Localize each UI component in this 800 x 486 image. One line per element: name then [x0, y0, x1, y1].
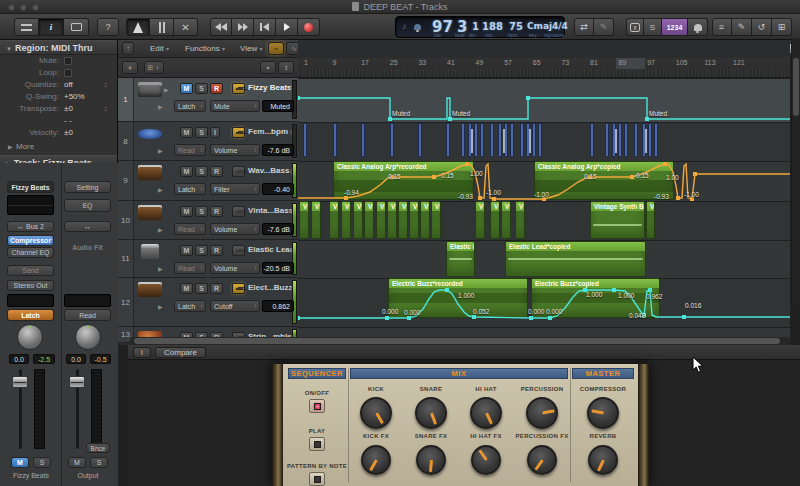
region-field-value[interactable]: off [64, 79, 73, 91]
mix-kick-knob[interactable] [360, 397, 392, 429]
master-compressor-knob[interactable] [587, 397, 619, 429]
audio-fx-slot[interactable]: Audio FX [64, 235, 111, 259]
automation-disclosure-icon[interactable]: ▶ [158, 265, 163, 272]
volume-fader[interactable] [12, 376, 28, 388]
rewind-button[interactable] [210, 18, 232, 36]
automation-point[interactable] [492, 197, 496, 201]
mute-button-output[interactable]: M [68, 457, 86, 468]
automation-disclosure-icon[interactable]: ▶ [158, 226, 163, 233]
automation-disclosure-icon[interactable]: ▶ [158, 303, 163, 310]
arrange-area[interactable]: 191725334149576573818997105113121 Classi… [298, 40, 790, 345]
master-reverb-knob[interactable] [588, 445, 618, 475]
automation-mode-dropdown[interactable]: Latch↕ [174, 183, 206, 195]
plugin-info-button[interactable]: i [133, 347, 151, 358]
mix-kick-fx-knob[interactable] [361, 445, 391, 475]
track-row[interactable]: 8MSIFem...bpm▶Read↕Volume↕-7.6 dB [118, 122, 298, 161]
automation-point[interactable] [385, 316, 389, 320]
hide-automation-button[interactable]: ↑ [122, 42, 134, 55]
track-automation-toggle[interactable] [232, 127, 245, 138]
track-name[interactable]: Vinta...Bass [248, 206, 292, 215]
browsers-button[interactable]: ⊞ [772, 18, 792, 36]
horizontal-scroll-thumb[interactable] [134, 338, 780, 344]
track-row[interactable]: 9MSRWav...Bass▶Latch↕Filter↕-0.40 [118, 161, 298, 201]
functions-menu[interactable]: Functions ▾ [185, 40, 225, 58]
automation-param-dropdown[interactable]: Volume↕ [210, 223, 260, 235]
compare-button[interactable]: Compare [155, 347, 206, 358]
mixer-button[interactable] [150, 18, 174, 36]
automation-point[interactable] [298, 96, 300, 100]
pan-knob-output[interactable] [75, 324, 101, 350]
eq-button[interactable]: EQ [64, 199, 111, 212]
group-slot[interactable] [7, 294, 54, 307]
mix-snare-knob[interactable] [415, 397, 447, 429]
apple-loops-button[interactable]: ↺ [752, 18, 772, 36]
solo-mode-button[interactable]: S [644, 18, 662, 36]
mute-track-button[interactable]: M [180, 245, 193, 256]
mix-hi-hat-fx-knob[interactable] [471, 445, 501, 475]
show-automation-button[interactable]: ⌁ [268, 42, 284, 55]
record-enable-track-button[interactable]: R [210, 206, 223, 217]
volume-value-output[interactable]: -0.5 [90, 354, 111, 364]
tools-button[interactable]: ✕ [174, 18, 198, 36]
automation-point[interactable] [693, 172, 697, 176]
mix-percussion-fx-knob[interactable] [527, 445, 557, 475]
record-enable-track-button[interactable]: R [210, 283, 223, 294]
automation-disclosure-icon[interactable]: ▶ [158, 147, 163, 154]
track-automation-toggle[interactable] [232, 206, 245, 217]
automation-point[interactable] [526, 96, 530, 100]
automation-mode-dropdown[interactable]: Read↕ [174, 223, 206, 235]
automation-mode-dropdown[interactable]: Read↕ [174, 262, 206, 274]
send-button[interactable]: Send [7, 265, 54, 276]
automation-mode-dropdown[interactable]: Latch↕ [174, 300, 206, 312]
insert-compressor-button[interactable]: Compressor [7, 235, 54, 246]
solo-button[interactable]: S [33, 457, 51, 468]
mute-track-button[interactable]: M [180, 83, 193, 94]
track-row[interactable]: 12MSRElect...Buzz▶Latch↕Cutoff↕0.862 [118, 278, 298, 327]
replace-button[interactable]: ✎ [594, 18, 614, 36]
channel-name-box[interactable]: Fizzy Beats [7, 181, 54, 193]
seq-play-button[interactable] [309, 437, 325, 451]
track-height-button[interactable]: ⇕ [278, 61, 294, 74]
mix-percussion-knob[interactable] [526, 397, 558, 429]
automation-point[interactable] [676, 196, 680, 200]
automation-param-dropdown[interactable]: Volume↕ [210, 262, 260, 274]
input-monitor-button[interactable]: I [210, 127, 220, 138]
horizontal-scrollbar[interactable] [130, 337, 790, 345]
automation-point[interactable] [630, 175, 634, 179]
solo-track-button[interactable]: S [195, 283, 208, 294]
region-field-value[interactable]: +50% [64, 91, 85, 103]
automation-mode-dropdown[interactable]: Latch↕ [174, 100, 206, 112]
automation-point[interactable] [612, 288, 616, 292]
automation-value[interactable]: -20.5 dB [262, 262, 294, 274]
vertical-scrollbar[interactable] [791, 38, 800, 305]
region-field-checkbox[interactable] [64, 69, 72, 77]
solo-track-button[interactable]: S [195, 83, 208, 94]
track-row[interactable]: 1▶MSRFizzy Beats▶Latch↕Mute↕Muted [118, 78, 298, 122]
mute-track-button[interactable]: M [180, 166, 193, 177]
automation-point[interactable] [298, 316, 300, 320]
automation-param-dropdown[interactable]: Mute↕ [210, 100, 260, 112]
automation-point[interactable] [344, 196, 348, 200]
track-name[interactable]: Wav...Bass [248, 166, 292, 175]
stepper-icon[interactable]: ↕ [104, 103, 108, 115]
automation-value[interactable]: 0.862 [262, 300, 294, 312]
automation-value[interactable]: -7.6 dB [262, 223, 294, 235]
region-more-row[interactable]: ▶ More [0, 141, 117, 153]
note-pads-button[interactable]: ✎ [732, 18, 752, 36]
seq-pattern-by-note-button[interactable] [309, 472, 325, 486]
insert-channel-eq-button[interactable]: Channel EQ [7, 247, 54, 258]
region-inspector-header[interactable]: ▼Region: MIDI Thru [0, 40, 117, 55]
automation-point[interactable] [682, 315, 686, 319]
automation-point[interactable] [388, 117, 392, 121]
mute-track-button[interactable]: M [180, 283, 193, 294]
automation-param-dropdown[interactable]: Volume↕ [210, 144, 260, 156]
record-button[interactable] [298, 18, 320, 36]
automation-point[interactable] [529, 316, 533, 320]
mute-button[interactable]: M [11, 457, 29, 468]
automation-point[interactable] [548, 316, 552, 320]
volume-fader-output[interactable] [69, 376, 85, 388]
region-field-value[interactable]: ±0 [64, 127, 73, 139]
solo-track-button[interactable]: S [195, 166, 208, 177]
automation-point[interactable] [445, 288, 449, 292]
automation-mode-dropdown[interactable]: Read↕ [174, 144, 206, 156]
